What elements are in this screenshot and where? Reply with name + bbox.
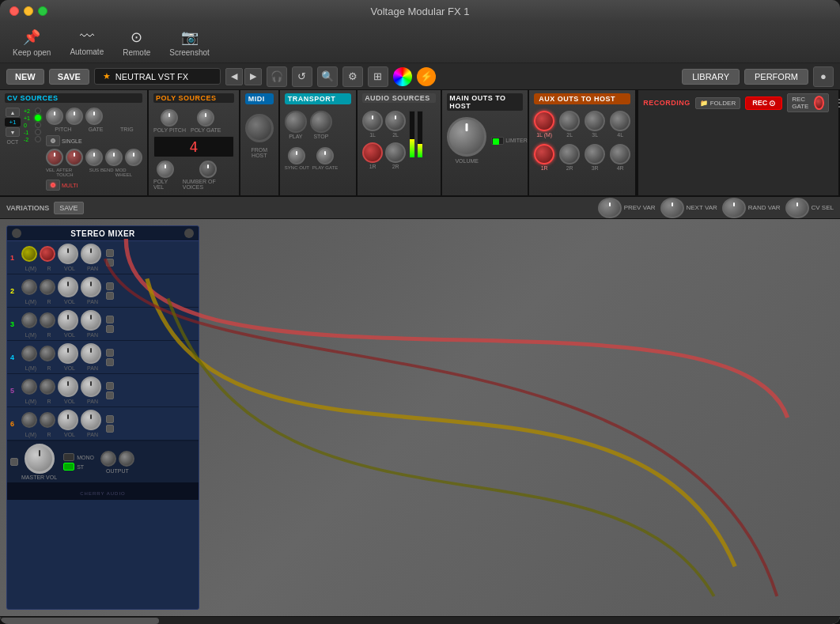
- mono-toggle[interactable]: [63, 453, 74, 461]
- new-button[interactable]: NEW: [6, 69, 44, 85]
- ch4-vol-knob[interactable]: [58, 343, 78, 364]
- rand-var-button[interactable]: RAND VAR: [722, 198, 781, 218]
- ch3-solo-btn[interactable]: [106, 325, 114, 333]
- aux-1r-knob[interactable]: [534, 144, 554, 165]
- stop-knob[interactable]: [310, 111, 332, 133]
- screenshot-button[interactable]: 📷 Screenshot: [169, 28, 210, 57]
- st-toggle[interactable]: [63, 463, 74, 471]
- aux-4r-knob[interactable]: [610, 144, 630, 165]
- ch6-mute-btn[interactable]: [106, 415, 114, 423]
- ch1-r-port[interactable]: [40, 246, 55, 262]
- prev-preset-button[interactable]: ◀: [225, 68, 243, 85]
- sus-knob[interactable]: [85, 149, 103, 166]
- cv-sel-button[interactable]: CV SEL: [785, 198, 834, 218]
- poly-vel-knob[interactable]: [157, 161, 174, 178]
- ch3-vol-knob[interactable]: [58, 310, 78, 331]
- ch2-mute-btn[interactable]: [106, 282, 114, 290]
- rec-options-button[interactable]: ⋮: [834, 96, 840, 109]
- remote-button[interactable]: ⊙ Remote: [123, 28, 150, 57]
- ch1-mute-btn[interactable]: [106, 249, 114, 257]
- output-l-port[interactable]: [100, 451, 116, 467]
- aux-3r-knob[interactable]: [585, 144, 605, 165]
- limiter-checkbox[interactable]: [491, 137, 504, 145]
- ch5-lm-port[interactable]: [21, 379, 37, 395]
- ch1-vol-knob[interactable]: [58, 244, 78, 264]
- main-volume-knob[interactable]: [447, 117, 486, 157]
- ch6-pan-knob[interactable]: [81, 410, 101, 430]
- single-radio[interactable]: [46, 135, 60, 146]
- audio-1l-knob[interactable]: [362, 111, 383, 131]
- pitch-knob[interactable]: [46, 108, 63, 125]
- ch5-pan-knob[interactable]: [81, 376, 101, 397]
- next-preset-button[interactable]: ▶: [244, 68, 262, 85]
- next-var-button[interactable]: NEXT VAR: [660, 198, 717, 218]
- rec-gate-button[interactable]: REC GATE: [787, 93, 829, 112]
- ch1-pan-knob[interactable]: [81, 244, 101, 264]
- aux-3l-knob[interactable]: [585, 111, 605, 131]
- aux-4l-knob[interactable]: [610, 111, 630, 131]
- ch2-r-port[interactable]: [40, 279, 55, 295]
- ch2-solo-btn[interactable]: [106, 292, 114, 300]
- lightning-button[interactable]: ⚡: [417, 67, 436, 86]
- loop-button[interactable]: ↺: [292, 66, 312, 87]
- ch4-r-port[interactable]: [40, 346, 55, 361]
- search-button[interactable]: 🔍: [317, 66, 338, 87]
- variations-save-button[interactable]: SAVE: [54, 202, 83, 214]
- settings-button[interactable]: ⚙: [342, 66, 363, 87]
- ch6-r-port[interactable]: [40, 412, 55, 428]
- poly-gate-knob[interactable]: [197, 109, 214, 127]
- perform-button[interactable]: PERFORM: [744, 69, 808, 85]
- multi-radio[interactable]: [46, 180, 60, 191]
- headphones-button[interactable]: 🎧: [267, 66, 287, 87]
- ch1-solo-btn[interactable]: [106, 259, 114, 267]
- ch3-lm-port[interactable]: [21, 312, 37, 328]
- output-r-port[interactable]: [119, 451, 134, 467]
- rec-button[interactable]: REC ⊙: [745, 96, 782, 110]
- folder-button[interactable]: 📁 FOLDER: [695, 97, 740, 109]
- ch4-lm-port[interactable]: [21, 346, 37, 361]
- automate-button[interactable]: 〰 Automate: [70, 28, 104, 56]
- preset-display[interactable]: ★ NEUTRAL VST FX: [94, 68, 221, 85]
- ch2-lm-port[interactable]: [21, 279, 37, 295]
- ch6-solo-btn[interactable]: [106, 425, 114, 433]
- module-expand-icon[interactable]: [12, 229, 21, 238]
- ch2-pan-knob[interactable]: [81, 277, 101, 297]
- sync-out-knob[interactable]: [288, 147, 305, 165]
- ch5-solo-btn[interactable]: [106, 391, 114, 399]
- ch4-mute-btn[interactable]: [106, 349, 114, 357]
- ch6-lm-port[interactable]: [21, 412, 37, 428]
- aux-2l-knob[interactable]: [559, 111, 580, 131]
- grid-button[interactable]: ⊞: [368, 66, 388, 87]
- audio-1r-knob[interactable]: [362, 142, 383, 163]
- ch5-mute-btn[interactable]: [106, 382, 114, 390]
- aux-2r-knob[interactable]: [559, 144, 580, 165]
- gate-knob[interactable]: [66, 108, 83, 125]
- library-button[interactable]: LIBRARY: [682, 69, 740, 85]
- minimize-button[interactable]: [24, 6, 33, 16]
- modwheel-knob[interactable]: [125, 149, 142, 166]
- save-button[interactable]: SAVE: [49, 69, 89, 85]
- ch2-vol-knob[interactable]: [58, 277, 78, 297]
- aftertouch-knob[interactable]: [66, 149, 83, 166]
- master-mute-btn[interactable]: [10, 458, 18, 466]
- master-vol-knob[interactable]: [25, 444, 55, 474]
- ch6-vol-knob[interactable]: [58, 410, 78, 430]
- oct-up-btn[interactable]: ▲: [6, 108, 20, 117]
- play-gate-knob[interactable]: [316, 147, 334, 165]
- audio-2l-knob[interactable]: [385, 111, 406, 131]
- scrollbar-thumb[interactable]: [1, 618, 159, 624]
- ch3-mute-btn[interactable]: [106, 316, 114, 323]
- vel-knob[interactable]: [46, 149, 63, 166]
- prev-var-button[interactable]: PREV VAR: [598, 198, 656, 218]
- audio-2r-knob[interactable]: [385, 142, 406, 163]
- color-wheel-button[interactable]: [393, 67, 412, 86]
- trig-knob[interactable]: [85, 108, 103, 125]
- bend-knob[interactable]: [105, 149, 123, 166]
- maximize-button[interactable]: [38, 6, 47, 16]
- ch5-vol-knob[interactable]: [58, 376, 78, 397]
- midi-connector[interactable]: [245, 114, 274, 142]
- oct-down-btn[interactable]: ▼: [6, 127, 20, 137]
- close-button[interactable]: [9, 6, 19, 16]
- ch3-r-port[interactable]: [40, 312, 55, 328]
- module-collapse-icon[interactable]: [184, 229, 194, 238]
